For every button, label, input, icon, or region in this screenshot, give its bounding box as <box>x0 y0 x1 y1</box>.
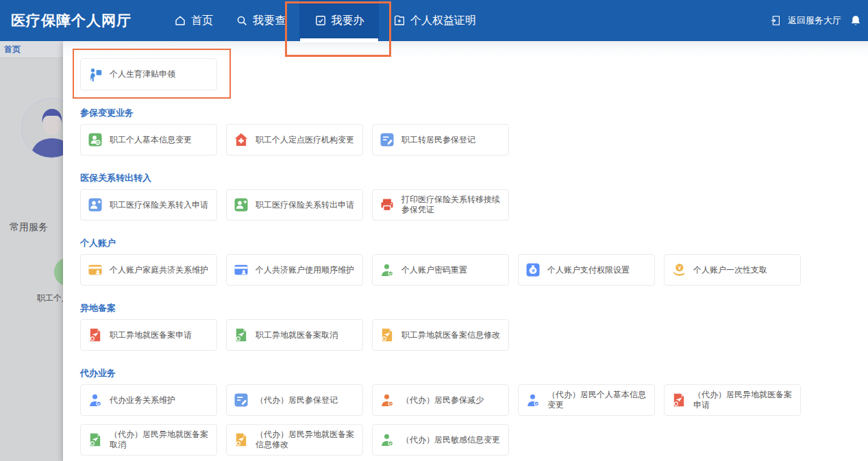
notification-bell-icon[interactable] <box>850 0 862 41</box>
checklist-icon <box>314 14 327 27</box>
service-card[interactable]: （代办）居民个人基本信息变更 <box>518 384 655 416</box>
service-card-label: （代办）居民敏感信息变更 <box>401 435 500 445</box>
breadcrumb-tab-home[interactable]: 首页 <box>4 45 21 54</box>
person-check-icon <box>525 393 541 408</box>
house-cross-icon <box>234 132 249 147</box>
service-card[interactable]: 个人账户一次性支取 <box>664 254 801 286</box>
service-card-label: （代办）居民参保减少 <box>401 395 484 406</box>
nav-item-query[interactable]: 我要查 <box>236 0 286 41</box>
doc-plane-icon <box>88 432 103 447</box>
service-card[interactable]: 职工异地就医备案信息修改 <box>372 319 509 351</box>
folder-plus-icon <box>393 14 406 27</box>
service-card-label: 个人共济账户使用顺序维护 <box>256 265 354 275</box>
doc-pen-box-icon <box>380 132 395 147</box>
service-card-label: （代办）居民个人基本信息变更 <box>547 390 647 410</box>
service-card[interactable]: 职工异地就医备案取消 <box>226 319 363 351</box>
service-card[interactable]: 职工个人定点医疗机构变更 <box>226 124 363 155</box>
doc-pen-box-icon <box>234 393 249 408</box>
service-card-label: （代办）居民异地就医备案信息修改 <box>256 429 356 450</box>
service-card[interactable]: （代办）居民参保减少 <box>372 384 509 416</box>
nav-item-services-active[interactable]: 我要办 <box>299 0 379 41</box>
service-card-label: 职工个人定点医疗机构变更 <box>256 135 354 145</box>
service-card[interactable]: 个人账户家庭共济关系维护 <box>80 254 217 286</box>
service-card-label: 职工异地就医备案申请 <box>110 330 192 340</box>
page: 首页 常用服务 职工个人 个人生育津贴申领 参保变更业务职工个人基本信息变更职工… <box>0 0 868 461</box>
service-card[interactable]: 职工医疗保险关系转入申请 <box>80 189 217 221</box>
service-card[interactable]: 个人共济账户使用顺序维护 <box>226 254 363 286</box>
section-title: 个人账户 <box>80 237 868 249</box>
service-card[interactable]: 职工医疗保险关系转出申请 <box>226 189 363 221</box>
service-section: 个人账户个人账户家庭共济关系维护个人共济账户使用顺序维护个人账户密码重置个人账户… <box>80 237 868 286</box>
services-dropdown-panel: 个人生育津贴申领 参保变更业务职工个人基本信息变更职工个人定点医疗机构变更职工转… <box>63 41 868 461</box>
coin-hand-icon <box>671 262 686 277</box>
service-card[interactable]: （代办）居民异地就医备案取消 <box>80 424 217 456</box>
service-section: 医保关系转出转入职工医疗保险关系转入申请职工医疗保险关系转出申请打印医疗保险关系… <box>80 172 868 221</box>
service-section: 代办业务代办业务关系维护（代办）居民参保登记（代办）居民参保减少（代办）居民个人… <box>80 367 868 456</box>
person-plus-box-icon <box>88 197 103 212</box>
service-card-label: 个人生育津贴申领 <box>110 69 175 79</box>
service-sections: 参保变更业务职工个人基本信息变更职工个人定点医疗机构变更职工转居民参保登记医保关… <box>80 107 868 456</box>
person-check-box-icon <box>88 132 103 147</box>
nav-item-home[interactable]: 首页 <box>174 0 213 41</box>
service-section: 异地备案职工异地就医备案申请职工异地就医备案取消职工异地就医备案信息修改 <box>80 302 868 351</box>
exit-doc-icon <box>770 14 782 27</box>
search-icon <box>236 14 248 27</box>
service-card[interactable]: 职工转居民参保登记 <box>372 124 509 155</box>
service-card-label: 职工医疗保险关系转入申请 <box>110 200 208 210</box>
service-card[interactable]: （代办）居民参保登记 <box>226 384 363 416</box>
service-card[interactable]: （代办）居民异地就医备案信息修改 <box>226 424 363 456</box>
service-card-label: 个人账户支付权限设置 <box>547 265 630 275</box>
service-card-label: 职工转居民参保登记 <box>401 135 475 145</box>
service-card-label: （代办）居民异地就医备案申请 <box>693 390 793 410</box>
service-card[interactable]: 代办业务关系维护 <box>80 384 217 416</box>
service-card[interactable]: 个人账户支付权限设置 <box>518 254 655 286</box>
service-card[interactable]: （代办）居民敏感信息变更 <box>372 424 509 456</box>
service-card-label: 职工异地就医备案取消 <box>256 330 338 340</box>
section-title: 参保变更业务 <box>80 107 868 119</box>
background-page-strip: 首页 常用服务 职工个人 <box>0 41 63 461</box>
section-cards: 职工医疗保险关系转入申请职工医疗保险关系转出申请打印医疗保险关系转移接续参保凭证 <box>80 189 828 221</box>
person-minus-icon <box>380 393 395 408</box>
service-card-label: 个人账户密码重置 <box>401 265 467 275</box>
service-card-maternity-allowance[interactable]: 个人生育津贴申领 <box>80 58 217 90</box>
service-card-label: 职工个人基本信息变更 <box>110 135 192 145</box>
section-cards: 职工异地就医备案申请职工异地就医备案取消职工异地就医备案信息修改 <box>80 319 828 351</box>
person-check-icon <box>380 432 395 447</box>
service-card-label: 职工医疗保险关系转出申请 <box>256 200 354 210</box>
doc-plane-icon <box>671 393 686 408</box>
return-hall-label: 返回服务大厅 <box>788 14 841 27</box>
person-check-icon <box>88 393 103 408</box>
nav-label: 首页 <box>191 14 213 28</box>
service-section: 参保变更业务职工个人基本信息变更职工个人定点医疗机构变更职工转居民参保登记 <box>80 107 868 155</box>
section-cards: 个人账户家庭共济关系维护个人共济账户使用顺序维护个人账户密码重置个人账户支付权限… <box>80 254 828 286</box>
top-navbar: 医疗保障个人网厅 首页 我要查 我要办 个人权益证明 返回服务大厅 <box>0 0 868 41</box>
service-card[interactable]: 个人账户密码重置 <box>372 254 509 286</box>
bank-card-icon <box>88 262 103 277</box>
service-card[interactable]: 打印医疗保险关系转移接续参保凭证 <box>372 189 509 221</box>
service-card[interactable]: 职工异地就医备案申请 <box>80 319 217 351</box>
section-title: 代办业务 <box>80 367 868 379</box>
nav-item-rights-certificate[interactable]: 个人权益证明 <box>393 0 476 41</box>
nav-label: 我要查 <box>253 14 286 28</box>
doc-plane-icon <box>88 327 103 342</box>
bank-card-icon <box>234 262 249 277</box>
service-card-label: 打印医疗保险关系转移接续参保凭证 <box>401 195 501 215</box>
mother-baby-icon <box>88 67 103 82</box>
return-service-hall-link[interactable]: 返回服务大厅 <box>770 0 841 41</box>
section-title: 异地备案 <box>80 302 868 314</box>
service-card-label: （代办）居民异地就医备案取消 <box>110 429 210 450</box>
service-card[interactable]: 职工个人基本信息变更 <box>80 124 217 155</box>
page-tabstrip: 首页 <box>0 41 63 58</box>
printer-icon <box>380 197 395 212</box>
active-tab-indicator <box>300 38 378 42</box>
doc-plane-icon <box>234 327 249 342</box>
nav-label: 个人权益证明 <box>410 14 476 28</box>
service-card-label: （代办）居民参保登记 <box>256 395 338 406</box>
service-card[interactable]: （代办）居民异地就医备案申请 <box>664 384 801 416</box>
nav-label: 我要办 <box>332 14 364 28</box>
service-card-label: 个人账户家庭共济关系维护 <box>110 265 208 275</box>
person-plus-box-icon <box>234 197 249 212</box>
service-card-label: 代办业务关系维护 <box>110 395 175 406</box>
section-title: 医保关系转出转入 <box>80 172 868 184</box>
sidebar-section-title: 常用服务 <box>10 221 48 234</box>
